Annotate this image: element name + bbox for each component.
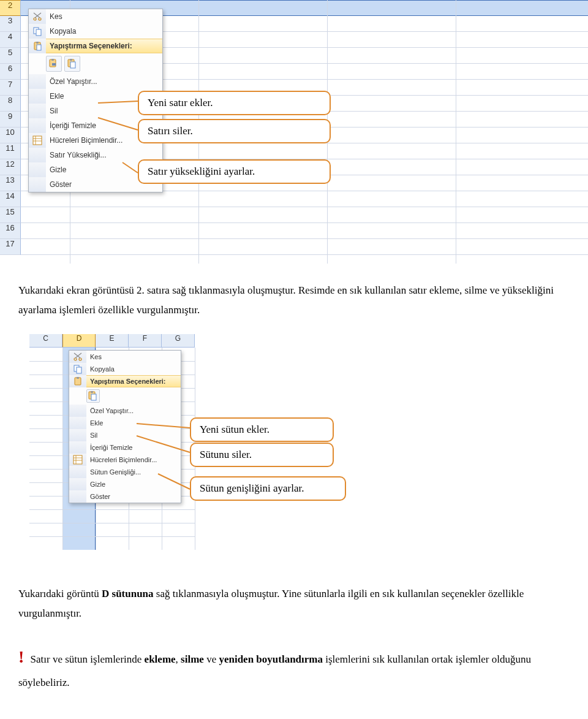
row-header-5[interactable]: 5 [0, 48, 21, 64]
callout-text-insert: Yeni satır ekler. [148, 97, 213, 109]
column-context-menu: Kes Kopyala Yapıştırma Seçenekleri: Özel… [69, 350, 181, 503]
row-header-15[interactable]: 15 [0, 207, 21, 223]
row-header-13[interactable]: 13 [0, 175, 21, 191]
svg-rect-10 [70, 59, 72, 61]
menu-label-paste-special: Özel Yapıştır... [46, 77, 162, 86]
menu-item-paste-special[interactable]: Özel Yapıştır... [69, 405, 181, 417]
menu-label-delete: Sil [86, 432, 181, 439]
menu-label-format: Hücreleri Biçimlendir... [86, 456, 181, 463]
copy-icon [29, 24, 46, 39]
row-header-7[interactable]: 7 [0, 80, 21, 96]
row-header-4[interactable]: 4 [0, 32, 21, 48]
col-header-d[interactable]: D [62, 334, 96, 348]
paste-option-1[interactable] [46, 56, 62, 72]
callout-text-height: Satır yüksekliğini ayarlar. [148, 165, 255, 178]
row-header-11[interactable]: 11 [0, 143, 21, 159]
menu-label-copy: Kopyala [86, 365, 181, 373]
svg-rect-20 [91, 391, 93, 393]
callout-insert-row: Yeni satır ekler. [138, 91, 331, 115]
menu-item-cut[interactable]: Kes [69, 351, 181, 363]
svg-point-1 [39, 18, 41, 20]
col-header-g[interactable]: G [162, 334, 195, 348]
svg-rect-16 [77, 367, 81, 373]
p3-pre: Satır ve sütun işlemlerinde [28, 653, 144, 665]
svg-rect-11 [70, 62, 75, 68]
svg-rect-6 [37, 45, 41, 50]
row-header-12[interactable]: 12 [0, 159, 21, 175]
paragraph-column-explanation: Yukarıdaki görüntü D sütununa sağ tıklan… [18, 584, 570, 624]
menu-item-hide[interactable]: Gizle [69, 478, 181, 490]
menu-item-clear[interactable]: İçeriği Temizle [69, 441, 181, 454]
paste-option-2[interactable] [64, 56, 80, 72]
row-header-14[interactable]: 14 [0, 191, 21, 207]
paste-options-row [29, 53, 162, 74]
callout-insert-column: Yeni sütun ekler. [190, 417, 334, 442]
menu-label-paste-header: Yapıştırma Seçenekleri: [86, 378, 181, 385]
col-header-c[interactable]: C [29, 334, 62, 348]
svg-point-13 [74, 358, 77, 360]
callout-row-height: Satır yüksekliğini ayarlar. [138, 159, 331, 184]
row-header-8[interactable]: 8 [0, 96, 21, 112]
svg-point-14 [79, 358, 81, 360]
menu-label-cut: Kes [46, 12, 162, 21]
svg-rect-8 [51, 59, 54, 61]
callout-text-insert-col: Yeni sütun ekler. [200, 424, 270, 436]
column-headers: C D E F G [29, 334, 195, 348]
row-header-2[interactable]: 2 [0, 0, 21, 16]
svg-rect-12 [33, 136, 42, 145]
menu-item-column-width[interactable]: Sütun Genişliği... [69, 466, 181, 478]
menu-item-cut[interactable]: Kes [29, 9, 162, 24]
menu-label-height: Satır Yüksekliği... [46, 151, 162, 159]
menu-item-copy[interactable]: Kopyala [29, 24, 162, 39]
clipboard-icon [29, 39, 46, 53]
row-header-6[interactable]: 6 [0, 64, 21, 80]
menu-item-format-cells[interactable]: Hücreleri Biçimlendir... [69, 454, 181, 466]
svg-rect-5 [36, 42, 39, 44]
menu-item-delete[interactable]: Sil [69, 429, 181, 441]
figure-column-context: C D E F G Kes Kopyala [29, 334, 588, 567]
col-header-f[interactable]: F [129, 334, 162, 348]
row-headers: 2 3 4 5 6 7 8 9 10 11 12 13 14 15 16 17 [0, 0, 21, 255]
row-header-10[interactable]: 10 [0, 127, 21, 143]
format-cells-icon [69, 454, 86, 466]
svg-rect-3 [36, 29, 41, 36]
svg-point-0 [34, 18, 36, 20]
copy-icon [69, 363, 86, 375]
p2-pre: Yukarıdaki görüntü [18, 588, 102, 599]
menu-label-hide: Gizle [86, 481, 181, 488]
menu-item-paste-options[interactable]: Yapıştırma Seçenekleri: [69, 375, 181, 387]
callout-text-width: Sütun genişliğini ayarlar. [200, 482, 304, 495]
row-header-17[interactable]: 17 [0, 239, 21, 255]
row-header-16[interactable]: 16 [0, 223, 21, 239]
row-header-3[interactable]: 3 [0, 16, 21, 32]
p3-b1: ekleme [145, 653, 176, 665]
paste-option-1[interactable] [86, 389, 100, 403]
menu-item-copy[interactable]: Kopyala [69, 363, 181, 375]
callout-text-delete: Satırı siler. [148, 125, 193, 137]
paragraph-row-explanation: Yukarıdaki ekran görüntüsü 2. satıra sağ… [18, 281, 570, 321]
menu-label-paste-header: Yapıştırma Seçenekleri: [46, 42, 162, 50]
p2-bold: D sütununa [102, 588, 154, 599]
format-cells-icon [29, 133, 46, 148]
clipboard-icon [69, 375, 86, 387]
warning-icon: ! [18, 647, 24, 666]
menu-item-paste-options[interactable]: Yapıştırma Seçenekleri: [29, 39, 162, 53]
p3-m2: ve [204, 653, 219, 665]
menu-label-insert: Ekle [86, 419, 181, 427]
p3-b3: yeniden boyutlandırma [219, 653, 323, 665]
menu-label-copy: Kopyala [46, 27, 162, 36]
svg-rect-18 [77, 377, 79, 379]
row-header-9[interactable]: 9 [0, 112, 21, 127]
p3-b2: silme [181, 653, 204, 665]
menu-item-paste-special[interactable]: Özel Yapıştır... [29, 74, 162, 89]
figure-row-context: 2 3 4 5 6 7 8 9 10 11 12 13 14 15 16 17 … [0, 0, 588, 264]
menu-label-clear: İçeriği Temizle [86, 444, 181, 451]
menu-item-insert[interactable]: Ekle [69, 417, 181, 429]
col-header-e[interactable]: E [96, 334, 129, 348]
callout-column-width: Sütun genişliğini ayarlar. [190, 476, 346, 501]
paste-options-row [69, 387, 181, 405]
svg-rect-21 [91, 394, 96, 400]
menu-item-show[interactable]: Göster [69, 490, 181, 503]
svg-rect-22 [74, 455, 82, 464]
paragraph-summary: ! Satır ve sütun işlemlerinde ekleme, si… [18, 641, 570, 693]
